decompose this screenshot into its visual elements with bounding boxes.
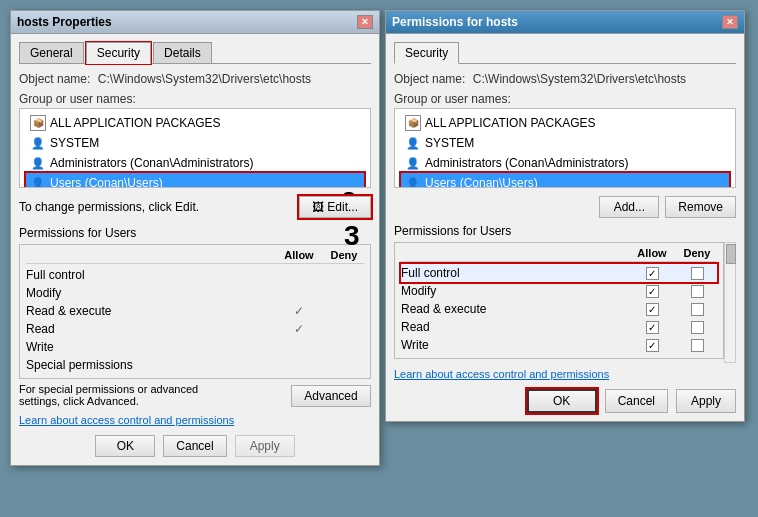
checkbox-m-deny[interactable] (691, 285, 704, 298)
edit-button[interactable]: 🖼 Edit... (299, 196, 371, 218)
ok-button[interactable]: OK (95, 435, 155, 457)
perm-row: Read & execute ✓ (26, 302, 364, 320)
perm-row: Full control (26, 266, 364, 284)
hosts-tabs: General Security Details (19, 42, 371, 64)
access-control-link[interactable]: Learn about access control and permissio… (19, 414, 234, 426)
user-icon: 👤 (30, 175, 46, 188)
object-label: Object name: (19, 72, 90, 86)
perm-re-row: Read & execute ✓ (401, 300, 717, 318)
permissions-window: Permissions for hosts ✕ Security Object … (385, 10, 745, 422)
perm-row: Special permissions (26, 356, 364, 374)
checkbox-w-allow[interactable]: ✓ (646, 339, 659, 352)
advanced-note: For special permissions or advanced sett… (19, 383, 219, 407)
list-item[interactable]: 👤 SYSTEM (401, 133, 729, 153)
user-name: Administrators (Conan\Administrators) (50, 156, 253, 170)
list-item[interactable]: 👤 Administrators (Conan\Administrators) (401, 153, 729, 173)
group-label: Group or user names: (19, 92, 371, 106)
perm-allow-fc[interactable]: ✓ (627, 267, 677, 280)
object-value: C:\Windows\System32\Drivers\etc\hosts (98, 72, 311, 86)
list-item[interactable]: 👤 SYSTEM (26, 133, 364, 153)
cancel-button[interactable]: Cancel (163, 435, 226, 457)
hosts-bottom-buttons: OK Cancel Apply (19, 435, 371, 457)
checkbox-re-allow[interactable]: ✓ (646, 303, 659, 316)
check-icon: ✓ (294, 304, 304, 318)
perm-deny-w[interactable] (677, 339, 717, 352)
tab-details[interactable]: Details (153, 42, 212, 63)
user-name: SYSTEM (50, 136, 99, 150)
perm-row: Write (26, 338, 364, 356)
perm-allow-re[interactable]: ✓ (627, 303, 677, 316)
user-icon: 👤 (405, 135, 421, 151)
step-3-label: 3 (344, 220, 360, 252)
perm-deny-m[interactable] (677, 285, 717, 298)
users-item[interactable]: 👤 Users (Conan\Users) (26, 173, 364, 188)
perm-allow-col: Allow (274, 249, 324, 261)
list-item[interactable]: 📦 ALL APPLICATION PACKAGES (26, 113, 364, 133)
perms-ok-button[interactable]: OK (527, 389, 597, 413)
perms-group-label: Group or user names: (394, 92, 736, 106)
checkbox-r-deny[interactable] (691, 321, 704, 334)
perm-deny-r[interactable] (677, 321, 717, 334)
list-item[interactable]: 📦 ALL APPLICATION PACKAGES (401, 113, 729, 133)
perm-write: Write (401, 338, 627, 352)
perms-close-btn[interactable]: ✕ (722, 15, 738, 29)
checkbox-fc-allow[interactable]: ✓ (646, 267, 659, 280)
perms-label: Permissions for Users (394, 224, 511, 238)
hosts-content: General Security Details Object name: C:… (11, 34, 379, 465)
change-perm-text: To change permissions, click Edit. (19, 200, 199, 214)
perm-label: Permissions for Users (19, 226, 136, 240)
perm-row: Read ✓ (26, 320, 364, 338)
hosts-properties-window: hosts Properties ✕ General Security Deta… (10, 10, 380, 466)
pkg-icon: 📦 (30, 115, 46, 131)
perm-allow-r[interactable]: ✓ (627, 321, 677, 334)
tab-general[interactable]: General (19, 42, 84, 63)
perm-w-row: Write ✓ (401, 336, 717, 354)
perm-deny-fc[interactable] (677, 267, 717, 280)
tab-security[interactable]: Security (86, 42, 151, 64)
checkbox-m-allow[interactable]: ✓ (646, 285, 659, 298)
checkbox-r-allow[interactable]: ✓ (646, 321, 659, 334)
perms-content: Security Object name: C:\Windows\System3… (386, 34, 744, 421)
checkbox-fc-deny[interactable] (691, 267, 704, 280)
remove-button[interactable]: Remove (665, 196, 736, 218)
user-icon: 👤 (30, 155, 46, 171)
apply-button[interactable]: Apply (235, 435, 295, 457)
perm-r-row: Read ✓ (401, 318, 717, 336)
perms-user-list: 📦 ALL APPLICATION PACKAGES 👤 SYSTEM 👤 Ad… (394, 108, 736, 188)
perms-apply-button[interactable]: Apply (676, 389, 736, 413)
perms-object-label: Object name: (394, 72, 465, 86)
perm-name-col (401, 247, 627, 259)
perm-full-control: Full control (401, 266, 627, 280)
perms-bottom-buttons: OK Cancel Apply (394, 389, 736, 413)
pkg-icon: 📦 (405, 115, 421, 131)
user-name: Users (Conan\Users) (425, 176, 538, 188)
perm-allow-r: ✓ (274, 322, 324, 336)
perms-permissions-box: Allow Deny Full control ✓ Modify (394, 242, 724, 359)
object-name-row: Object name: C:\Windows\System32\Drivers… (19, 72, 371, 86)
list-item[interactable]: 👤 Administrators (Conan\Administrators) (26, 153, 364, 173)
close-btn[interactable]: ✕ (357, 15, 373, 29)
perm-allow-w[interactable]: ✓ (627, 339, 677, 352)
perms-cancel-button[interactable]: Cancel (605, 389, 668, 413)
perms-tab-security[interactable]: Security (394, 42, 459, 64)
scrollbar-thumb[interactable] (726, 244, 736, 264)
checkbox-re-deny[interactable] (691, 303, 704, 316)
perm-full-control-row: Full control ✓ (401, 264, 717, 282)
user-list: 📦 ALL APPLICATION PACKAGES 👤 SYSTEM 👤 Ad… (19, 108, 371, 188)
permissions-box: Allow Deny Full control Modify Read & ex… (19, 244, 371, 379)
perm-allow-re: ✓ (274, 304, 324, 318)
perms-users-item[interactable]: 👤 Users (Conan\Users) (401, 173, 729, 188)
user-name: SYSTEM (425, 136, 474, 150)
perms-titlebar-buttons: ✕ (722, 15, 738, 29)
perm-read: Read (26, 322, 274, 336)
perms-object-row: Object name: C:\Windows\System32\Drivers… (394, 72, 736, 86)
hosts-titlebar: hosts Properties ✕ (11, 11, 379, 34)
perm-read-execute: Read & execute (401, 302, 627, 316)
advanced-button[interactable]: Advanced (291, 385, 371, 407)
checkbox-w-deny[interactable] (691, 339, 704, 352)
add-button[interactable]: Add... (599, 196, 659, 218)
perm-allow-m[interactable]: ✓ (627, 285, 677, 298)
perms-scrollbar[interactable] (724, 242, 736, 363)
perms-access-control-link[interactable]: Learn about access control and permissio… (394, 368, 609, 380)
perm-deny-re[interactable] (677, 303, 717, 316)
